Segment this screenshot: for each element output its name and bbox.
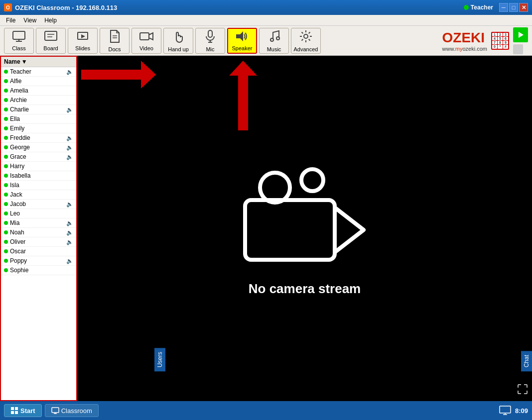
speaker-indicator: 🔈 — [66, 144, 73, 151]
sidebar-item[interactable]: Isla — [1, 181, 76, 190]
mic-icon — [204, 29, 216, 45]
logo-area: OZEKI www.myozeki.com 1 2 3 4 5 6 7 8 9 … — [442, 27, 528, 54]
svg-rect-27 — [15, 411, 18, 414]
handup-icon — [172, 29, 184, 45]
svg-marker-7 — [81, 34, 85, 38]
online-dot — [4, 211, 8, 215]
toolbar-music[interactable]: Music — [259, 28, 289, 54]
grid-cell-1: 1 — [492, 33, 497, 36]
sidebar-item[interactable]: Leo — [1, 209, 76, 218]
classroom-label: Classroom — [61, 407, 92, 415]
sidebar-item[interactable]: Charlie🔈 — [1, 105, 76, 114]
sidebar-item[interactable]: Jacob🔈 — [1, 200, 76, 209]
class-icon — [12, 30, 26, 44]
student-name: Mia — [10, 219, 19, 226]
logo-grid: 1 2 3 4 5 6 7 8 9 0 * # — [491, 32, 509, 50]
student-name: Ella — [10, 115, 20, 122]
svg-rect-28 — [52, 408, 59, 413]
student-name: George — [10, 144, 30, 151]
sidebar-item[interactable]: Sophie — [1, 266, 76, 275]
sidebar-item[interactable]: Alfie — [1, 77, 76, 86]
student-name: Freddie — [10, 134, 30, 141]
sidebar-item[interactable]: Harry — [1, 162, 76, 171]
toolbar-class[interactable]: Class — [4, 28, 34, 54]
toolbar-handup[interactable]: Hand up — [163, 28, 193, 54]
online-dot — [4, 268, 8, 272]
sidebar-header: Name ▼ — [1, 57, 76, 67]
toolbar-board[interactable]: Board — [36, 28, 66, 54]
menu-help[interactable]: Help — [40, 16, 61, 25]
chat-tab[interactable]: Chat — [521, 351, 532, 371]
speaker-indicator: 🔈 — [66, 229, 73, 236]
sidebar-item[interactable]: Jack — [1, 190, 76, 200]
online-dot — [4, 259, 8, 263]
toolbar-video[interactable]: Video — [132, 28, 161, 54]
sort-icon[interactable]: ▼ — [21, 58, 27, 65]
window-title: OZEKI Classroom - 192.168.0.113 — [15, 4, 464, 11]
online-dot — [4, 183, 8, 187]
grid-cell-8: 8 — [498, 41, 503, 44]
sidebar-item[interactable]: Freddie🔈 — [1, 133, 76, 143]
video-area: No camera stream Users Chat — [77, 56, 532, 401]
grid-cell-5: 5 — [498, 37, 503, 40]
grid-cell-9: 9 — [503, 41, 508, 44]
online-dot — [4, 202, 8, 206]
sidebar-item[interactable]: Archie — [1, 96, 76, 105]
toolbar-mic[interactable]: Mic — [195, 28, 225, 54]
users-tab[interactable]: Users — [154, 348, 165, 371]
online-dot — [4, 221, 8, 225]
toolbar-docs[interactable]: Docs — [100, 28, 130, 54]
toolbar-handup-label: Hand up — [168, 46, 189, 52]
svg-rect-12 — [208, 30, 212, 37]
sidebar-item[interactable]: Noah🔈 — [1, 228, 76, 237]
toolbar-slides-label: Slides — [75, 45, 90, 51]
speaker-icon — [235, 30, 249, 44]
slides-icon — [76, 30, 90, 44]
student-name: Harry — [10, 163, 24, 170]
sidebar-item[interactable]: Emily — [1, 124, 76, 133]
toolbar-speaker[interactable]: Speaker — [227, 28, 257, 54]
svg-rect-25 — [15, 407, 18, 410]
sidebar-item[interactable]: Poppy🔈 — [1, 256, 76, 266]
menu-file[interactable]: File — [2, 16, 19, 25]
student-name: Teacher — [10, 68, 31, 75]
svg-rect-20 — [245, 200, 335, 260]
student-name: Jacob — [10, 201, 26, 208]
speaker-indicator: 🔈 — [66, 135, 73, 141]
sidebar-item[interactable]: Grace🔈 — [1, 152, 76, 162]
grid-cell-hash: # — [503, 45, 508, 48]
grid-cell-2: 2 — [498, 33, 503, 36]
sidebar-item[interactable]: Amelia — [1, 86, 76, 96]
speaker-indicator: 🔈 — [66, 220, 73, 226]
play-button[interactable] — [513, 27, 528, 42]
stop-button[interactable] — [513, 44, 523, 54]
online-dot — [4, 145, 8, 149]
online-dot — [4, 164, 8, 168]
menu-view[interactable]: View — [19, 16, 40, 25]
sidebar-item[interactable]: Teacher🔈 — [1, 67, 76, 77]
grid-cell-star: * — [498, 45, 503, 48]
minimize-button[interactable]: ─ — [499, 3, 508, 12]
sidebar-item[interactable]: Mia🔈 — [1, 218, 76, 228]
svg-marker-15 — [236, 31, 243, 41]
sidebar-item[interactable]: Isabella — [1, 171, 76, 181]
student-name: Isabella — [10, 172, 30, 179]
sidebar-item[interactable]: Oscar — [1, 247, 76, 256]
sidebar-item[interactable]: Oliver🔈 — [1, 237, 76, 247]
app-icon: O — [4, 3, 12, 11]
start-button[interactable]: Start — [4, 404, 42, 417]
close-button[interactable]: ✕ — [519, 3, 528, 12]
svg-rect-26 — [11, 411, 14, 414]
classroom-button[interactable]: Classroom — [45, 404, 99, 417]
logo-sub: www.myozeki.com — [442, 46, 487, 52]
sidebar-item[interactable]: Ella — [1, 114, 76, 124]
maximize-button[interactable]: □ — [509, 3, 518, 12]
student-name: Oscar — [10, 248, 26, 255]
sidebar-item[interactable]: George🔈 — [1, 143, 76, 152]
fullscreen-button[interactable] — [517, 384, 528, 397]
toolbar-slides[interactable]: Slides — [68, 28, 98, 54]
toolbar-advanced-label: Advanced — [294, 46, 318, 52]
student-name: Oliver — [10, 238, 25, 245]
toolbar-advanced[interactable]: Advanced — [291, 28, 321, 54]
toolbar-mic-label: Mic — [206, 46, 214, 52]
